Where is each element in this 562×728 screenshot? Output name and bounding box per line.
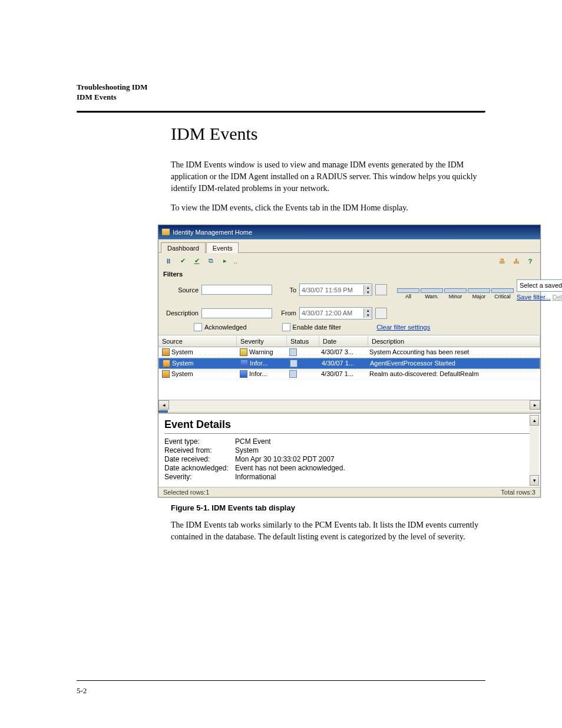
header-line2: IDM Events	[77, 93, 485, 103]
clear-filter-link[interactable]: Clear filter settings	[376, 324, 430, 331]
delete-filters-link[interactable]: Delete filters...	[553, 294, 562, 301]
severity-icon	[240, 370, 247, 378]
page-number: 5-2	[77, 686, 87, 696]
severity-label: Severity:	[164, 473, 235, 481]
section-title: IDM Events	[171, 124, 485, 144]
save-filter-link[interactable]: Save filter...	[517, 294, 550, 301]
status-icon	[290, 360, 297, 367]
source-icon	[162, 370, 170, 378]
cell-date: 4/30/07 3...	[321, 348, 353, 355]
filter-desc-input[interactable]	[201, 308, 272, 318]
filter-from-date[interactable]: 4/30/07 12:00 AM ▴▾	[299, 307, 372, 319]
col-description[interactable]: Description	[368, 336, 540, 347]
grid-body: System Warning 4/30/07 3... System Accou…	[158, 347, 540, 400]
header-line1: Troubleshooting IDM	[77, 83, 485, 93]
date-received-label: Date received:	[164, 455, 235, 463]
acknowledged-label: Acknowledged	[204, 324, 247, 331]
window-title: Identity Management Home	[173, 229, 252, 236]
scroll-down-icon[interactable]: ▾	[530, 475, 539, 486]
event-details-heading: Event Details	[164, 419, 534, 431]
filter-from-date-value: 4/30/07 12:00 AM	[300, 309, 363, 317]
table-row[interactable]: System Warning 4/30/07 3... System Accou…	[158, 347, 540, 358]
pause-icon[interactable]: II	[163, 256, 174, 266]
total-rows: Total rows:3	[501, 489, 535, 496]
filter-to-date[interactable]: 4/30/07 11:59 PM ▴▾	[299, 284, 372, 296]
status-icon	[289, 348, 297, 356]
saved-filter-select[interactable]: Select a saved filter ▾	[517, 279, 562, 292]
toolbar-overflow[interactable]: ..	[234, 258, 237, 265]
enable-date-label: Enable date filter	[293, 324, 342, 331]
cell-date: 4/30/07 1...	[322, 360, 354, 367]
window-icon	[162, 229, 170, 235]
filter-links: Save filter... Delete filters...	[517, 294, 562, 301]
cell-desc: Realm auto-discovered: DefaultRealm	[369, 370, 479, 377]
sev-major: Major	[472, 294, 486, 299]
table-row[interactable]: System Infor... 4/30/07 1... Realm auto-…	[158, 369, 540, 380]
scroll-up-icon[interactable]: ▴	[530, 415, 539, 426]
status-bar: Selected rows:1 Total rows:3	[158, 487, 540, 497]
cell-source: System	[171, 370, 193, 377]
date-received-value: Mon Apr 30 10:33:02 PDT 2007	[235, 455, 534, 463]
received-from-value: System	[235, 446, 534, 454]
cell-desc: AgentEventProcessor Started	[370, 360, 455, 367]
idm-events-screenshot: Identity Management Home Dashboard Event…	[158, 225, 541, 498]
intro-para-2: To view the IDM events, click the Events…	[171, 202, 485, 214]
tab-dashboard[interactable]: Dashboard	[161, 242, 206, 253]
scroll-left-icon[interactable]: ◂	[158, 400, 169, 410]
calendar-from-icon[interactable]	[375, 308, 387, 319]
cell-source: System	[171, 348, 193, 355]
spin-up-icon[interactable]: ▴	[363, 308, 372, 313]
source-icon	[163, 360, 170, 367]
tab-events[interactable]: Events	[206, 242, 239, 253]
event-details-pane: ▴ ▾ Event Details Event type: PCM Event …	[158, 413, 540, 487]
figure-caption: Figure 5-1. IDM Events tab display	[171, 503, 485, 512]
sev-minor: Minor	[449, 294, 462, 299]
window-titlebar[interactable]: Identity Management Home	[158, 225, 540, 239]
severity-value: Informational	[235, 473, 534, 481]
ack-icon[interactable]: ✔	[177, 256, 188, 266]
selected-rows: Selected rows:1	[163, 489, 209, 496]
spin-down-icon[interactable]: ▾	[363, 290, 372, 295]
intro-para-1: The IDM Events window is used to view an…	[171, 159, 485, 195]
calendar-to-icon[interactable]	[375, 284, 387, 295]
severity-icon	[240, 348, 247, 356]
col-source[interactable]: Source	[158, 336, 237, 347]
filters-label: Filters	[158, 269, 540, 278]
toolbar: II ✔ ✔ ⧉ ▸ .. 🖶 🖧 ?	[158, 252, 540, 269]
received-from-label: Received from:	[164, 446, 235, 454]
acknowledged-checkbox[interactable]: Acknowledged	[194, 323, 247, 331]
col-date[interactable]: Date	[319, 336, 368, 347]
cell-source: System	[172, 360, 194, 367]
print-icon[interactable]: 🖶	[497, 256, 507, 266]
ack-all-icon[interactable]: ✔	[191, 256, 202, 266]
tab-strip: Dashboard Events	[158, 239, 540, 252]
sev-warn: Warn.	[425, 294, 439, 299]
cell-severity: Infor...	[249, 370, 267, 377]
vertical-scrollbar[interactable]: ▴ ▾	[530, 415, 539, 486]
enable-date-checkbox[interactable]: Enable date filter	[282, 323, 342, 331]
horizontal-scrollbar[interactable]: ◂ ▸	[158, 400, 540, 410]
filter-to-date-value: 4/30/07 11:59 PM	[300, 286, 363, 294]
page-header: Troubleshooting IDM IDM Events	[77, 83, 485, 103]
cell-desc: System Accounting has been reset	[369, 348, 469, 355]
spin-down-icon[interactable]: ▾	[363, 313, 372, 318]
sev-all: All	[405, 294, 411, 299]
filter-source-input[interactable]	[201, 285, 272, 295]
col-status[interactable]: Status	[287, 336, 319, 347]
status-icon	[289, 370, 297, 378]
header-rule	[77, 111, 485, 113]
grid-header: Source Severity Status Date Description	[158, 335, 540, 347]
scroll-right-icon[interactable]: ▸	[530, 400, 540, 410]
help-icon[interactable]: ?	[525, 256, 535, 266]
network-icon[interactable]: 🖧	[511, 256, 521, 266]
export-icon[interactable]: ▸	[220, 256, 230, 266]
severity-scale[interactable]: All Warn. Minor Major Critical	[395, 283, 514, 299]
copy-icon[interactable]: ⧉	[206, 256, 216, 266]
filter-to-label: To	[275, 286, 296, 294]
spin-up-icon[interactable]: ▴	[363, 285, 372, 290]
filter-desc-label: Description	[163, 309, 199, 317]
table-row[interactable]: System Infor... 4/30/07 1... AgentEventP…	[158, 358, 540, 369]
cell-severity: Warning	[249, 348, 273, 355]
date-ack-value: Event has not been acknowledged.	[235, 464, 534, 472]
col-severity[interactable]: Severity	[237, 336, 287, 347]
